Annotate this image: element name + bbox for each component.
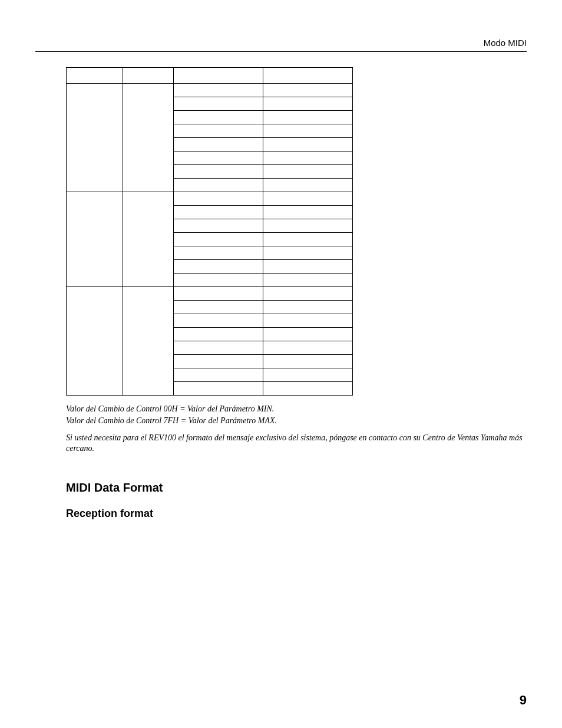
table-cell [263,382,353,396]
table-cell [174,233,263,246]
table-cell [174,124,263,138]
table-cell [174,382,263,396]
control-change-notes: Valor del Cambio de Control 00H = Valor … [66,404,527,426]
table-cell [263,206,353,219]
table-cell [263,287,353,301]
table-cell [174,138,263,151]
table-group-col2 [123,192,174,287]
table-header-cell [174,68,263,84]
page-number: 9 [520,693,527,708]
table-cell [263,97,353,111]
table-cell [174,314,263,328]
table-cell [174,84,263,97]
table-cell [174,151,263,165]
note-min: Valor del Cambio de Control 00H = Valor … [66,404,527,414]
table-group-col1 [67,192,123,287]
table-cell [263,219,353,233]
table-cell [263,246,353,260]
table-header-cell [263,68,353,84]
midi-table-container [66,67,527,396]
midi-parameter-table [66,67,353,396]
section-label: Modo MIDI [484,38,527,48]
table-cell [263,301,353,314]
table-cell [174,165,263,179]
table-cell [263,355,353,368]
table-cell [174,260,263,274]
table-cell [263,192,353,206]
table-cell [263,274,353,287]
table-cell [263,151,353,165]
table-cell [174,368,263,382]
table-cell [174,192,263,206]
table-cell [174,328,263,341]
table-group-col2 [123,84,174,192]
table-cell [174,219,263,233]
table-cell [174,246,263,260]
table-cell [174,355,263,368]
table-group-col1 [67,84,123,192]
table-cell [263,111,353,124]
table-cell [174,179,263,192]
table-cell [263,138,353,151]
table-header-cell [67,68,123,84]
table-cell [263,179,353,192]
table-cell [263,328,353,341]
table-cell [263,314,353,328]
table-cell [174,274,263,287]
heading-reception-format: Reception format [66,508,527,520]
table-cell [174,206,263,219]
table-cell [263,233,353,246]
table-cell [174,341,263,355]
sysex-note: Si usted necesita para el REV100 el form… [66,433,527,454]
table-cell [174,287,263,301]
table-cell [263,341,353,355]
table-cell [263,124,353,138]
table-group-col2 [123,287,174,396]
table-cell [174,301,263,314]
table-cell [263,260,353,274]
table-cell [263,368,353,382]
table-cell [174,111,263,124]
table-cell [263,84,353,97]
page-header: Modo MIDI [35,38,527,52]
page: Modo MIDI Valor del Cambio de Control 00… [0,0,562,728]
table-group-col1 [67,287,123,396]
note-max: Valor del Cambio de Control 7FH = Valor … [66,416,527,426]
table-cell [174,97,263,111]
table-header-cell [123,68,174,84]
heading-midi-data-format: MIDI Data Format [66,481,527,495]
table-cell [263,165,353,179]
